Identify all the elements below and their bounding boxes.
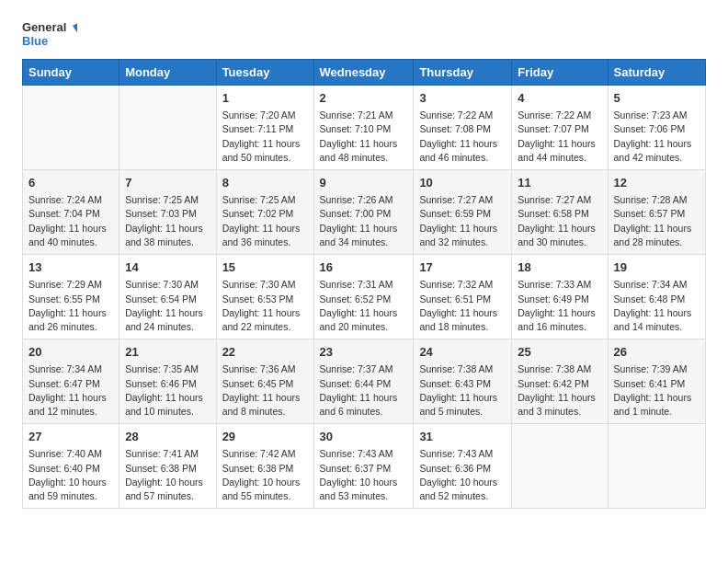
day-detail: Sunrise: 7:27 AM Sunset: 6:59 PM Dayligh… (419, 193, 506, 249)
calendar-week-2: 6Sunrise: 7:24 AM Sunset: 7:04 PM Daylig… (23, 170, 706, 255)
calendar-cell: 29Sunrise: 7:42 AM Sunset: 6:38 PM Dayli… (216, 424, 313, 509)
day-detail: Sunrise: 7:34 AM Sunset: 6:47 PM Dayligh… (28, 362, 113, 419)
day-detail: Sunrise: 7:29 AM Sunset: 6:55 PM Dayligh… (28, 278, 113, 334)
day-detail: Sunrise: 7:39 AM Sunset: 6:41 PM Dayligh… (614, 362, 700, 419)
day-detail: Sunrise: 7:27 AM Sunset: 6:58 PM Dayligh… (518, 193, 601, 249)
calendar-cell: 15Sunrise: 7:30 AM Sunset: 6:53 PM Dayli… (216, 255, 313, 339)
day-detail: Sunrise: 7:41 AM Sunset: 6:38 PM Dayligh… (125, 447, 210, 503)
day-detail: Sunrise: 7:20 AM Sunset: 7:11 PM Dayligh… (222, 109, 308, 165)
calendar-week-4: 20Sunrise: 7:34 AM Sunset: 6:47 PM Dayli… (23, 339, 706, 424)
calendar-week-3: 13Sunrise: 7:29 AM Sunset: 6:55 PM Dayli… (23, 255, 706, 339)
day-detail: Sunrise: 7:24 AM Sunset: 7:04 PM Dayligh… (28, 193, 113, 249)
col-header-sunday: Sunday (23, 60, 119, 86)
day-number: 22 (222, 344, 308, 361)
day-number: 1 (222, 90, 308, 107)
calendar-cell: 25Sunrise: 7:38 AM Sunset: 6:42 PM Dayli… (512, 339, 608, 424)
svg-text:Blue: Blue (22, 34, 48, 48)
calendar-cell: 28Sunrise: 7:41 AM Sunset: 6:38 PM Dayli… (119, 424, 216, 509)
day-number: 5 (614, 90, 700, 107)
day-number: 14 (125, 259, 210, 276)
calendar-week-5: 27Sunrise: 7:40 AM Sunset: 6:40 PM Dayli… (23, 424, 706, 509)
calendar-cell (23, 86, 119, 170)
day-detail: Sunrise: 7:43 AM Sunset: 6:36 PM Dayligh… (419, 447, 506, 503)
calendar-cell: 1Sunrise: 7:20 AM Sunset: 7:11 PM Daylig… (216, 86, 313, 170)
day-number: 13 (28, 259, 113, 276)
calendar-cell: 21Sunrise: 7:35 AM Sunset: 6:46 PM Dayli… (119, 339, 216, 424)
calendar-cell: 3Sunrise: 7:22 AM Sunset: 7:08 PM Daylig… (414, 86, 512, 170)
day-detail: Sunrise: 7:25 AM Sunset: 7:03 PM Dayligh… (125, 193, 210, 249)
day-number: 23 (320, 344, 408, 361)
day-detail: Sunrise: 7:22 AM Sunset: 7:08 PM Dayligh… (419, 109, 506, 165)
calendar-cell: 19Sunrise: 7:34 AM Sunset: 6:48 PM Dayli… (608, 255, 706, 339)
day-detail: Sunrise: 7:38 AM Sunset: 6:43 PM Dayligh… (419, 362, 506, 419)
day-detail: Sunrise: 7:21 AM Sunset: 7:10 PM Dayligh… (320, 109, 408, 165)
svg-text:General: General (22, 20, 66, 34)
day-detail: Sunrise: 7:42 AM Sunset: 6:38 PM Dayligh… (222, 447, 308, 503)
calendar-header-row: SundayMondayTuesdayWednesdayThursdayFrid… (23, 60, 706, 86)
calendar-cell: 22Sunrise: 7:36 AM Sunset: 6:45 PM Dayli… (216, 339, 313, 424)
calendar-cell: 7Sunrise: 7:25 AM Sunset: 7:03 PM Daylig… (119, 170, 216, 255)
logo: General Blue (22, 17, 77, 50)
day-number: 16 (320, 259, 408, 276)
day-detail: Sunrise: 7:38 AM Sunset: 6:42 PM Dayligh… (518, 362, 601, 419)
day-number: 20 (28, 344, 113, 361)
calendar-cell: 20Sunrise: 7:34 AM Sunset: 6:47 PM Dayli… (23, 339, 119, 424)
day-number: 8 (222, 175, 308, 191)
day-detail: Sunrise: 7:34 AM Sunset: 6:48 PM Dayligh… (614, 278, 700, 334)
day-detail: Sunrise: 7:35 AM Sunset: 6:46 PM Dayligh… (125, 362, 210, 419)
day-number: 24 (419, 344, 506, 361)
calendar-cell: 5Sunrise: 7:23 AM Sunset: 7:06 PM Daylig… (608, 86, 706, 170)
col-header-thursday: Thursday (414, 60, 512, 86)
col-header-monday: Monday (119, 60, 216, 86)
calendar-week-1: 1Sunrise: 7:20 AM Sunset: 7:11 PM Daylig… (23, 86, 706, 170)
calendar-cell: 16Sunrise: 7:31 AM Sunset: 6:52 PM Dayli… (313, 255, 414, 339)
col-header-saturday: Saturday (608, 60, 706, 86)
calendar-cell: 13Sunrise: 7:29 AM Sunset: 6:55 PM Dayli… (23, 255, 119, 339)
day-number: 31 (419, 429, 506, 445)
calendar-cell (608, 424, 706, 509)
page: General Blue SundayMondayTuesdayWednesda… (0, 0, 728, 525)
day-number: 11 (518, 175, 601, 191)
day-detail: Sunrise: 7:32 AM Sunset: 6:51 PM Dayligh… (419, 278, 506, 334)
col-header-wednesday: Wednesday (313, 60, 414, 86)
calendar-cell: 23Sunrise: 7:37 AM Sunset: 6:44 PM Dayli… (313, 339, 414, 424)
day-detail: Sunrise: 7:30 AM Sunset: 6:53 PM Dayligh… (222, 278, 308, 334)
day-number: 10 (419, 175, 506, 191)
day-detail: Sunrise: 7:22 AM Sunset: 7:07 PM Dayligh… (518, 109, 601, 165)
day-detail: Sunrise: 7:33 AM Sunset: 6:49 PM Dayligh… (518, 278, 601, 334)
day-number: 18 (518, 259, 601, 276)
day-number: 9 (320, 175, 408, 191)
day-detail: Sunrise: 7:31 AM Sunset: 6:52 PM Dayligh… (320, 278, 408, 334)
day-number: 12 (614, 175, 700, 191)
day-number: 29 (222, 429, 308, 445)
calendar-cell: 30Sunrise: 7:43 AM Sunset: 6:37 PM Dayli… (313, 424, 414, 509)
calendar-cell: 24Sunrise: 7:38 AM Sunset: 6:43 PM Dayli… (414, 339, 512, 424)
day-detail: Sunrise: 7:37 AM Sunset: 6:44 PM Dayligh… (320, 362, 408, 419)
day-number: 15 (222, 259, 308, 276)
day-number: 27 (28, 429, 113, 445)
day-number: 2 (320, 90, 408, 107)
calendar-cell: 18Sunrise: 7:33 AM Sunset: 6:49 PM Dayli… (512, 255, 608, 339)
calendar-cell: 17Sunrise: 7:32 AM Sunset: 6:51 PM Dayli… (414, 255, 512, 339)
calendar-cell: 26Sunrise: 7:39 AM Sunset: 6:41 PM Dayli… (608, 339, 706, 424)
calendar-cell: 14Sunrise: 7:30 AM Sunset: 6:54 PM Dayli… (119, 255, 216, 339)
day-number: 21 (125, 344, 210, 361)
day-detail: Sunrise: 7:25 AM Sunset: 7:02 PM Dayligh… (222, 193, 308, 249)
day-detail: Sunrise: 7:28 AM Sunset: 6:57 PM Dayligh… (614, 193, 700, 249)
calendar-cell: 11Sunrise: 7:27 AM Sunset: 6:58 PM Dayli… (512, 170, 608, 255)
day-number: 17 (419, 259, 506, 276)
logo-svg: General Blue (22, 17, 77, 50)
calendar-cell (119, 86, 216, 170)
day-detail: Sunrise: 7:43 AM Sunset: 6:37 PM Dayligh… (320, 447, 408, 503)
calendar-cell: 9Sunrise: 7:26 AM Sunset: 7:00 PM Daylig… (313, 170, 414, 255)
day-number: 25 (518, 344, 601, 361)
calendar-cell: 2Sunrise: 7:21 AM Sunset: 7:10 PM Daylig… (313, 86, 414, 170)
day-number: 28 (125, 429, 210, 445)
calendar-cell: 31Sunrise: 7:43 AM Sunset: 6:36 PM Dayli… (414, 424, 512, 509)
day-detail: Sunrise: 7:40 AM Sunset: 6:40 PM Dayligh… (28, 447, 113, 503)
calendar-cell: 6Sunrise: 7:24 AM Sunset: 7:04 PM Daylig… (23, 170, 119, 255)
day-number: 6 (28, 175, 113, 191)
calendar-cell (512, 424, 608, 509)
calendar-cell: 8Sunrise: 7:25 AM Sunset: 7:02 PM Daylig… (216, 170, 313, 255)
day-number: 19 (614, 259, 700, 276)
